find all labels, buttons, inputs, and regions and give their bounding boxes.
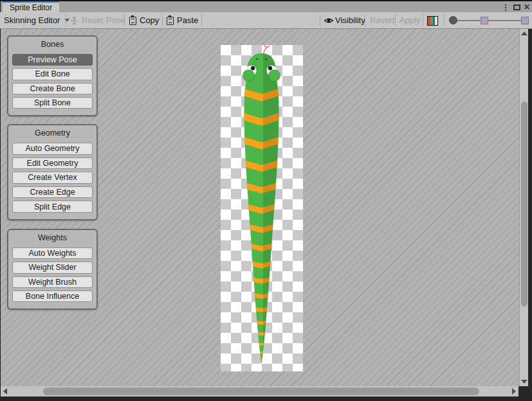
panel-title: Weights: [38, 233, 67, 242]
skinning-editor-dropdown[interactable]: Skinning Editor: [4, 12, 69, 28]
toolbar-separator: [320, 14, 320, 26]
split-edge-button[interactable]: Split Edge: [12, 201, 93, 213]
editor-canvas[interactable]: Bones Preview Pose Edit Bone Create Bone…: [0, 29, 527, 386]
apply-label: Apply: [399, 15, 421, 25]
sprite-editor-window: Sprite Editor ⋮ ✕ Skinning Editor Reset …: [0, 0, 532, 401]
reset-pose-label: Reset Pose: [82, 15, 125, 25]
snake-shade: [263, 45, 303, 371]
auto-geometry-button[interactable]: Auto Geometry: [12, 143, 93, 155]
copy-icon: [129, 17, 136, 25]
scroll-up-arrow-icon[interactable]: [521, 31, 527, 35]
eye-icon: [324, 17, 334, 24]
toolbar-separator: [201, 14, 202, 26]
paste-button[interactable]: Paste: [167, 12, 198, 28]
toolbar-separator: [162, 14, 163, 26]
toolbar-separator: [444, 14, 445, 26]
title-bar: Sprite Editor ⋮ ✕: [0, 0, 532, 12]
visibility-label: Visibility: [335, 15, 365, 25]
pose-figure-icon: [70, 16, 78, 25]
panel-bones: Bones Preview Pose Edit Bone Create Bone…: [7, 35, 98, 116]
vertical-scrollbar[interactable]: [519, 29, 528, 386]
horizontal-scroll-thumb[interactable]: [43, 388, 479, 395]
toolbar: Skinning Editor Reset Pose Copy Paste: [0, 12, 532, 29]
panel-title: Geometry: [35, 129, 70, 138]
visibility-button[interactable]: Visibility: [324, 12, 365, 28]
scroll-left-arrow-icon[interactable]: [3, 388, 7, 395]
snake-sprite: [221, 45, 303, 371]
create-edge-button[interactable]: Create Edge: [12, 186, 93, 199]
panel-geometry: Geometry Auto Geometry Edit Geometry Cre…: [7, 124, 98, 220]
dither-swatch-mid[interactable]: [481, 17, 488, 24]
toolbar-separator: [124, 14, 125, 26]
scroll-right-arrow-icon[interactable]: [512, 388, 516, 395]
create-vertex-button[interactable]: Create Vertex: [12, 172, 93, 184]
copy-button[interactable]: Copy: [129, 12, 159, 28]
paste-label: Paste: [177, 15, 198, 25]
more-menu-icon[interactable]: ⋮: [502, 2, 509, 12]
panel-weights: Weights Auto Weights Weight Slider Weigh…: [7, 229, 98, 310]
tab-label: Sprite Editor: [10, 3, 52, 12]
edit-geometry-button[interactable]: Edit Geometry: [12, 157, 93, 170]
panel-title: Bones: [41, 40, 64, 49]
tab-sprite-editor[interactable]: Sprite Editor: [3, 1, 59, 12]
toolbar-separator: [423, 14, 423, 26]
bone-influence-button[interactable]: Bone Influence: [12, 290, 93, 302]
apply-button[interactable]: Apply: [399, 12, 421, 28]
weight-brush-button[interactable]: Weight Brush: [12, 276, 93, 288]
swatch-alpha: [435, 17, 437, 25]
create-bone-button[interactable]: Create Bone: [12, 83, 93, 94]
preview-pose-button[interactable]: Preview Pose: [12, 54, 93, 66]
copy-label: Copy: [140, 15, 159, 25]
skinning-editor-label: Skinning Editor: [4, 15, 60, 25]
maximize-icon[interactable]: [512, 2, 521, 12]
revert-label: Revert: [370, 15, 394, 25]
toolbar-separator: [66, 14, 66, 26]
toolbar-separator: [395, 14, 396, 26]
reset-pose-button[interactable]: Reset Pose: [70, 12, 125, 28]
slider-knob[interactable]: [449, 16, 457, 24]
texture-channels-swatch[interactable]: [427, 16, 438, 26]
sprite-view[interactable]: [221, 45, 303, 371]
snake-tongue: [263, 46, 270, 55]
slider-track[interactable]: [453, 20, 526, 21]
split-bone-button[interactable]: Split Bone: [12, 97, 93, 109]
opacity-slider[interactable]: [448, 12, 531, 28]
paste-icon: [167, 17, 174, 25]
dither-swatch-end[interactable]: [521, 17, 529, 24]
vertical-scroll-thumb[interactable]: [521, 102, 527, 307]
horizontal-scrollbar[interactable]: [0, 386, 518, 397]
edit-bone-button[interactable]: Edit Bone: [12, 68, 93, 80]
maximize-box: [513, 4, 520, 10]
revert-button[interactable]: Revert: [370, 12, 394, 28]
scroll-down-arrow-icon[interactable]: [521, 380, 527, 384]
auto-weights-button[interactable]: Auto Weights: [12, 247, 93, 259]
weight-slider-button[interactable]: Weight Slider: [12, 262, 93, 273]
close-icon[interactable]: ✕: [522, 2, 531, 12]
toolbar-separator: [365, 14, 365, 26]
